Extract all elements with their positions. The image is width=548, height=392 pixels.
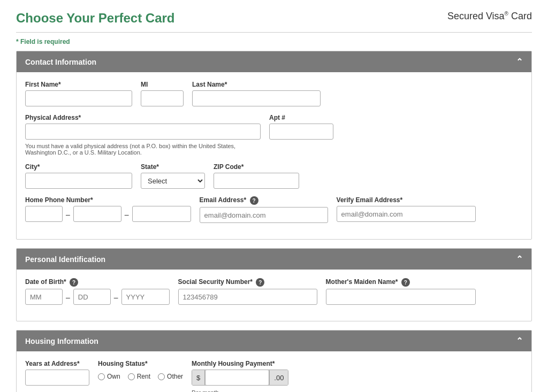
physical-address-label: Physical Address* [25, 114, 261, 121]
years-input[interactable] [25, 370, 89, 386]
email-group: Email Address* ? [200, 196, 328, 223]
housing-collapse-icon[interactable]: ⌃ [516, 336, 523, 346]
housing-section-body: Years at Address* Housing Status* Own Re… [17, 351, 531, 392]
apt-group: Apt # [269, 114, 333, 140]
payment-input[interactable] [205, 370, 269, 386]
maiden-group: Mother's Maiden Name* ? [326, 278, 476, 305]
payment-input-group: $ .00 [192, 370, 288, 386]
status-own-label[interactable]: Own [98, 373, 120, 380]
personal-collapse-icon[interactable]: ⌃ [516, 254, 523, 264]
housing-section: Housing Information ⌃ Years at Address* … [16, 330, 532, 392]
housing-row: Years at Address* Housing Status* Own Re… [25, 360, 523, 392]
last-name-label: Last Name* [192, 81, 321, 88]
status-rent-label[interactable]: Rent [128, 373, 150, 380]
housing-section-header[interactable]: Housing Information ⌃ [17, 330, 531, 351]
years-label: Years at Address* [25, 360, 89, 367]
physical-address-group: Physical Address* You must have a valid … [25, 114, 261, 156]
personal-section: Personal Identification ⌃ Date of Birth*… [16, 248, 532, 321]
personal-section-body: Date of Birth* ? – – Social Security Num… [17, 270, 531, 321]
physical-address-input[interactable] [25, 124, 261, 140]
per-month-label: Per month [192, 389, 288, 392]
payment-group: Monthly Housing Payment* $ .00 Per month [192, 360, 288, 392]
status-label: Housing Status* [98, 360, 183, 367]
city-state-zip-row: City* State* Select ALAKAZAR CACOCTDC DE… [25, 163, 523, 189]
phone-prefix-input[interactable] [73, 206, 121, 222]
contact-section-title: Contact Information [25, 58, 96, 66]
dob-dd-input[interactable] [73, 289, 111, 305]
email-help-icon[interactable]: ? [250, 196, 258, 205]
verify-email-label: Verify Email Address* [337, 196, 476, 204]
first-name-group: First Name* [25, 81, 132, 106]
phone-label: Home Phone Number* [25, 196, 191, 204]
dob-mm-input[interactable] [25, 289, 63, 305]
status-rent-radio[interactable] [128, 373, 135, 380]
personal-section-header[interactable]: Personal Identification ⌃ [17, 249, 531, 270]
dollar-sign: $ [192, 370, 205, 385]
contact-collapse-icon[interactable]: ⌃ [516, 57, 523, 67]
ssn-input[interactable] [178, 289, 317, 305]
maiden-help-icon[interactable]: ? [401, 278, 410, 287]
maiden-label: Mother's Maiden Name* ? [326, 278, 476, 287]
payment-label: Monthly Housing Payment* [192, 360, 288, 367]
phone-inputs: – – [25, 206, 191, 222]
contact-section-header[interactable]: Contact Information ⌃ [17, 51, 531, 72]
dob-inputs: – – [25, 289, 170, 305]
phone-email-row: Home Phone Number* – – Email Address* ? … [25, 196, 523, 223]
zip-label: ZIP Code* [214, 163, 299, 171]
state-label: State* [141, 163, 205, 171]
first-name-input[interactable] [25, 90, 132, 106]
mi-input[interactable] [141, 90, 184, 106]
contact-section-body: First Name* MI Last Name* Physical Addre… [17, 72, 531, 239]
dob-help-icon[interactable]: ? [70, 278, 78, 287]
first-name-label: First Name* [25, 81, 132, 88]
dob-group: Date of Birth* ? – – [25, 278, 170, 305]
card-title: Secured Visa® Card [447, 11, 532, 22]
zip-group: ZIP Code* [214, 163, 299, 189]
name-row: First Name* MI Last Name* [25, 81, 523, 106]
status-own-radio[interactable] [98, 373, 105, 380]
zip-input[interactable] [214, 173, 299, 189]
phone-number-input[interactable] [132, 206, 191, 222]
address-note: You must have a valid physical address (… [25, 143, 261, 156]
ssn-help-icon[interactable]: ? [256, 278, 264, 287]
phone-sep-2: – [125, 210, 129, 219]
contact-section: Contact Information ⌃ First Name* MI Las… [16, 51, 532, 240]
housing-section-title: Housing Information [25, 337, 98, 345]
status-other-label[interactable]: Other [158, 373, 183, 380]
page-header: Choose Your Perfect Card Secured Visa® C… [16, 11, 532, 33]
verify-email-input[interactable] [337, 206, 476, 222]
apt-label: Apt # [269, 114, 333, 121]
city-input[interactable] [25, 173, 132, 189]
status-other-radio[interactable] [158, 373, 165, 380]
mi-group: MI [141, 81, 184, 106]
city-group: City* [25, 163, 132, 189]
dob-sep-2: – [114, 293, 118, 302]
cents-display: .00 [269, 370, 288, 385]
dob-yyyy-input[interactable] [121, 289, 170, 305]
ssn-label: Social Security Number* ? [178, 278, 317, 287]
address-row: Physical Address* You must have a valid … [25, 114, 523, 156]
verify-email-group: Verify Email Address* [337, 196, 476, 222]
email-label: Email Address* ? [200, 196, 328, 205]
phone-sep-1: – [66, 210, 70, 219]
phone-area-input[interactable] [25, 206, 63, 222]
dob-ssn-maiden-row: Date of Birth* ? – – Social Security Num… [25, 278, 523, 305]
dob-label: Date of Birth* ? [25, 278, 170, 287]
personal-section-title: Personal Identification [25, 255, 105, 264]
ssn-group: Social Security Number* ? [178, 278, 317, 305]
dob-sep-1: – [66, 293, 70, 302]
page-title: Choose Your Perfect Card [16, 11, 175, 26]
required-note: * Field is required [16, 38, 532, 45]
state-group: State* Select ALAKAZAR CACOCTDC DEFLGAHI… [141, 163, 205, 189]
mi-label: MI [141, 81, 184, 88]
status-group: Housing Status* Own Rent Other [98, 360, 183, 380]
last-name-group: Last Name* [192, 81, 321, 106]
state-select[interactable]: Select ALAKAZAR CACOCTDC DEFLGAHI IDILIN… [141, 173, 205, 189]
apt-input[interactable] [269, 124, 333, 140]
maiden-input[interactable] [326, 289, 476, 305]
last-name-input[interactable] [192, 90, 321, 106]
email-input[interactable] [200, 207, 328, 223]
status-radio-group: Own Rent Other [98, 373, 183, 380]
phone-group: Home Phone Number* – – [25, 196, 191, 222]
city-label: City* [25, 163, 132, 171]
